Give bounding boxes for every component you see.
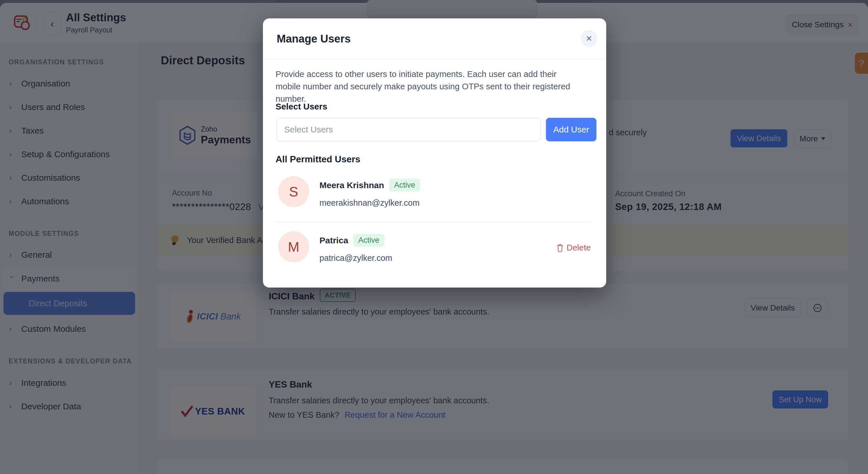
user-name: Patrica (319, 236, 348, 245)
select-users-input[interactable] (276, 118, 540, 141)
modal-header-divider (263, 59, 606, 59)
add-user-button[interactable]: Add User (546, 118, 596, 141)
app-root: ‹ All Settings Payroll Payout Close Sett… (0, 0, 868, 474)
user-email: patrica@zylker.com (319, 254, 392, 263)
status-badge: Active (353, 234, 384, 247)
avatar: S (278, 176, 309, 207)
user-name: Meera Krishnan (319, 180, 384, 190)
select-users-label: Select Users (276, 102, 327, 112)
user-row-name-line: Meera Krishnan Active (319, 179, 420, 191)
avatar: M (278, 231, 309, 262)
status-badge: Active (389, 179, 420, 191)
close-icon: ✕ (586, 34, 592, 43)
modal-close-button[interactable]: ✕ (581, 30, 597, 47)
all-permitted-users-heading: All Permitted Users (276, 154, 360, 165)
user-row-name-line: Patrica Active (319, 234, 384, 247)
user-email: meerakishnan@zylker.com (319, 198, 420, 208)
modal-title: Manage Users (277, 33, 351, 45)
user-row-divider (276, 222, 592, 222)
delete-user-button[interactable]: Delete (556, 243, 591, 253)
delete-label: Delete (567, 243, 591, 253)
modal-description: Provide access to other users to initiat… (276, 68, 583, 105)
trash-icon (556, 244, 564, 252)
manage-users-modal: Manage Users ✕ Provide access to other u… (263, 19, 606, 288)
